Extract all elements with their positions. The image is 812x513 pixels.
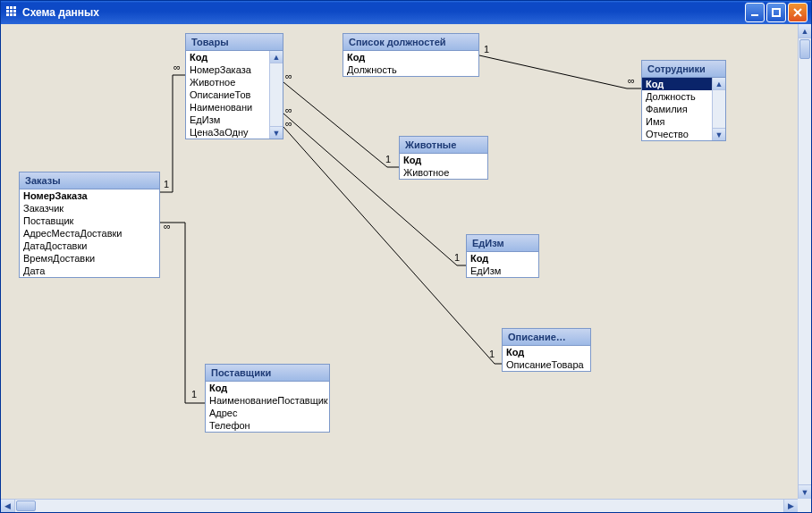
field-row[interactable]: ОписаниеТов xyxy=(186,88,269,101)
field-row[interactable]: Наименовани xyxy=(186,101,269,114)
table-title[interactable]: Список должностей xyxy=(343,34,478,51)
field-row[interactable]: Код xyxy=(343,51,478,63)
titlebar[interactable]: Схема данных xyxy=(1,1,811,24)
field-row[interactable]: НомерЗаказа xyxy=(186,63,269,76)
table-field-list: Код Должность xyxy=(343,51,478,76)
field-row[interactable]: Имя xyxy=(642,115,712,128)
field-row[interactable]: НомерЗаказа xyxy=(20,189,159,202)
card-many: ∞ xyxy=(173,62,181,72)
table-zakazy[interactable]: Заказы НомерЗаказа Заказчик Поставщик Ад… xyxy=(19,172,160,278)
card-many: ∞ xyxy=(285,118,292,129)
field-row[interactable]: Фамилия xyxy=(642,103,712,115)
field-row[interactable]: Животное xyxy=(186,76,269,88)
card-one: 1 xyxy=(484,44,489,55)
field-row[interactable]: Должность xyxy=(642,90,712,103)
table-field-list: Код ОписаниеТовара xyxy=(503,346,590,371)
scrollbar-corner xyxy=(798,499,811,512)
field-row[interactable]: НаименованиеПоставщик xyxy=(206,394,329,407)
table-field-list: Код НомерЗаказа Животное ОписаниеТов Наи… xyxy=(186,51,269,139)
window-title: Схема данных xyxy=(22,6,99,19)
scroll-up-icon[interactable]: ▲ xyxy=(713,78,725,90)
field-row[interactable]: ЕдИзм xyxy=(186,114,269,126)
field-row[interactable]: Заказчик xyxy=(20,202,159,214)
table-title[interactable]: ЕдИзм xyxy=(467,235,538,252)
diagram-canvas[interactable]: 1 ∞ ∞ 1 ∞ 1 ∞ 1 ∞ 1 1 ∞ Заказы НомерЗака… xyxy=(1,24,798,499)
field-row[interactable]: Код xyxy=(186,51,269,63)
field-row[interactable]: ОписаниеТовара xyxy=(503,358,590,371)
field-row[interactable]: Код xyxy=(503,346,590,358)
minimize-button[interactable] xyxy=(745,3,765,22)
list-scrollbar[interactable]: ▲ ▼ xyxy=(269,51,283,139)
horizontal-scrollbar[interactable]: ◀ ▶ xyxy=(1,499,798,512)
table-postavshiki[interactable]: Поставщики Код НаименованиеПоставщик Адр… xyxy=(205,364,330,433)
table-title[interactable]: Животные xyxy=(400,137,487,154)
field-row[interactable]: Отчество xyxy=(642,128,712,140)
table-sotrudniki[interactable]: Сотрудники Код Должность Фамилия Имя Отч… xyxy=(641,60,726,141)
field-row[interactable]: Должность xyxy=(343,63,478,76)
close-button[interactable] xyxy=(788,3,808,22)
field-row[interactable]: Код xyxy=(400,154,487,166)
relationships-icon xyxy=(6,6,19,19)
table-field-list: Код Животное xyxy=(400,154,487,179)
field-row[interactable]: ЕдИзм xyxy=(467,265,538,277)
table-title[interactable]: Товары xyxy=(186,34,283,51)
scroll-thumb[interactable] xyxy=(16,500,36,511)
table-field-list: Код Должность Фамилия Имя Отчество xyxy=(642,78,712,140)
field-row[interactable]: ЦенаЗаОдну xyxy=(186,126,269,139)
card-many: ∞ xyxy=(628,75,635,86)
table-title[interactable]: Поставщики xyxy=(206,365,329,382)
list-scrollbar[interactable]: ▲ ▼ xyxy=(712,78,725,140)
field-row[interactable]: ДатаДоставки xyxy=(20,240,159,252)
scroll-up-icon[interactable]: ▲ xyxy=(270,51,283,63)
maximize-button[interactable] xyxy=(766,3,786,22)
relationships-window: Схема данных 1 ∞ ∞ xyxy=(0,0,812,513)
field-row[interactable]: Телефон xyxy=(206,419,329,432)
scroll-right-icon[interactable]: ▶ xyxy=(783,500,798,512)
scroll-down-icon[interactable]: ▼ xyxy=(270,126,283,139)
card-many: ∞ xyxy=(285,105,292,115)
table-title[interactable]: Описание… xyxy=(503,329,590,346)
table-title[interactable]: Сотрудники xyxy=(642,61,725,78)
field-row[interactable]: Код xyxy=(467,252,538,265)
table-field-list: Код НаименованиеПоставщик Адрес Телефон xyxy=(206,382,329,432)
field-row[interactable]: Животное xyxy=(400,166,487,179)
card-many: ∞ xyxy=(285,71,292,81)
table-opisanie[interactable]: Описание… Код ОписаниеТовара xyxy=(502,328,591,372)
field-row[interactable]: Код xyxy=(206,382,329,394)
field-row[interactable]: Адрес xyxy=(206,407,329,419)
table-field-list: Код ЕдИзм xyxy=(467,252,538,277)
table-zhivotnye[interactable]: Животные Код Животное xyxy=(399,136,488,180)
table-edizm[interactable]: ЕдИзм Код ЕдИзм xyxy=(466,234,539,278)
vertical-scrollbar[interactable]: ▲ ▼ xyxy=(798,24,811,499)
card-one: 1 xyxy=(385,154,391,164)
field-row[interactable]: ВремяДоставки xyxy=(20,252,159,265)
scroll-thumb[interactable] xyxy=(799,39,810,59)
client-area: 1 ∞ ∞ 1 ∞ 1 ∞ 1 ∞ 1 1 ∞ Заказы НомерЗака… xyxy=(1,24,811,512)
field-row[interactable]: Поставщик xyxy=(20,214,159,227)
svg-rect-1 xyxy=(773,9,780,16)
scroll-down-icon[interactable]: ▼ xyxy=(799,484,811,499)
table-title[interactable]: Заказы xyxy=(20,172,159,189)
card-one: 1 xyxy=(489,349,495,359)
scroll-up-icon[interactable]: ▲ xyxy=(799,24,811,38)
field-row[interactable]: Дата xyxy=(20,265,159,277)
scroll-down-icon[interactable]: ▼ xyxy=(713,128,725,140)
svg-rect-0 xyxy=(751,14,758,16)
field-row[interactable]: Код xyxy=(642,78,712,90)
field-row[interactable]: АдресМестаДоставки xyxy=(20,227,159,240)
card-one: 1 xyxy=(164,179,169,189)
table-field-list: НомерЗаказа Заказчик Поставщик АдресМест… xyxy=(20,189,159,277)
card-one: 1 xyxy=(191,389,197,399)
scroll-left-icon[interactable]: ◀ xyxy=(1,500,15,512)
table-spisok-dolzhnostey[interactable]: Список должностей Код Должность xyxy=(343,33,479,77)
card-many: ∞ xyxy=(164,221,171,231)
card-one: 1 xyxy=(454,252,460,263)
table-tovary[interactable]: Товары Код НомерЗаказа Животное Описание… xyxy=(185,33,283,139)
